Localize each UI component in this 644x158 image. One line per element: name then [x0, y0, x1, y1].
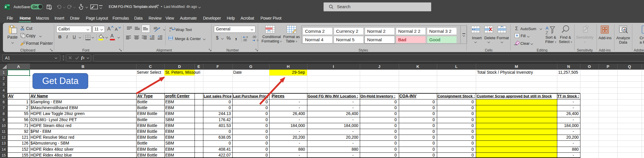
- svg-text:.00: .00: [243, 38, 247, 42]
- svg-text:.00: .00: [252, 36, 256, 39]
- svg-text:Z: Z: [546, 30, 548, 34]
- svg-text:X: X: [5, 5, 7, 9]
- svg-text:ab: ab: [154, 26, 158, 30]
- svg-text:0: 0: [246, 36, 248, 39]
- svg-text:c: c: [169, 29, 171, 32]
- svg-text:A: A: [546, 25, 548, 30]
